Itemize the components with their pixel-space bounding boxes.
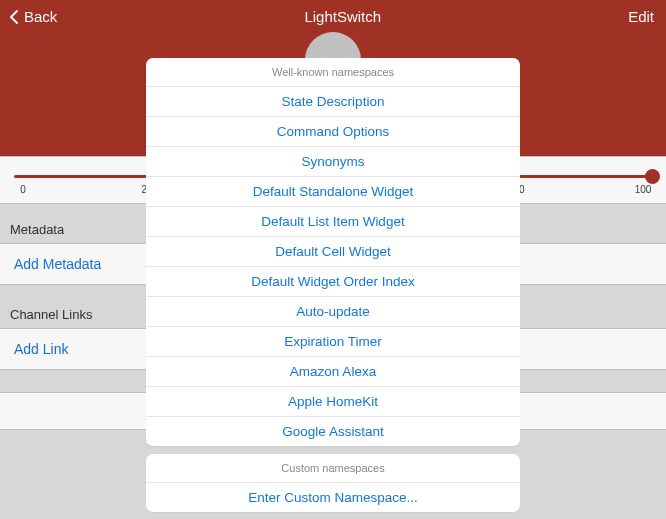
custom-header: Custom namespaces [146, 454, 520, 483]
namespace-option[interactable]: Google Assistant [146, 417, 520, 446]
action-sheet: Well-known namespaces State DescriptionC… [146, 58, 520, 519]
namespace-option[interactable]: Amazon Alexa [146, 357, 520, 387]
namespace-option[interactable]: Default Widget Order Index [146, 267, 520, 297]
namespace-option[interactable]: Command Options [146, 117, 520, 147]
wellknown-namespaces-group: Well-known namespaces State DescriptionC… [146, 58, 520, 446]
wellknown-header: Well-known namespaces [146, 58, 520, 87]
namespace-option[interactable]: Synonyms [146, 147, 520, 177]
namespace-option[interactable]: Default Standalone Widget [146, 177, 520, 207]
namespace-option[interactable]: Default Cell Widget [146, 237, 520, 267]
custom-namespace-option[interactable]: Enter Custom Namespace... [146, 483, 520, 512]
namespace-option[interactable]: State Description [146, 87, 520, 117]
namespace-option[interactable]: Auto-update [146, 297, 520, 327]
namespace-option[interactable]: Expiration Timer [146, 327, 520, 357]
namespace-option[interactable]: Apple HomeKit [146, 387, 520, 417]
namespace-option[interactable]: Default List Item Widget [146, 207, 520, 237]
custom-namespaces-group: Custom namespaces Enter Custom Namespace… [146, 454, 520, 512]
